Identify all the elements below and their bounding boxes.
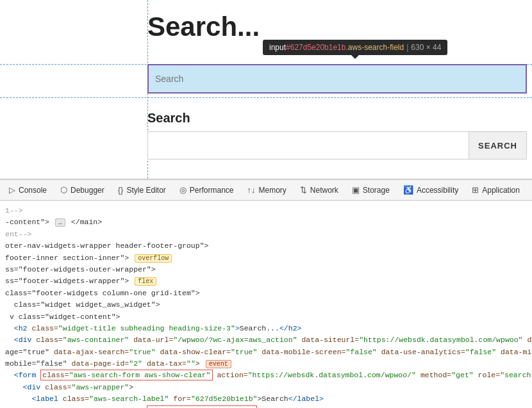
grid-line-horizontal-2: [0, 97, 532, 98]
code-line-13: age="true" data-ajax-search="true" data-…: [0, 347, 532, 358]
tab-performance[interactable]: ◎ Performance: [173, 179, 241, 201]
code-line-18: <input id="627d5e20b1e1b" class="aws-sea…: [0, 405, 532, 408]
code-line-14: mobile="false" data-page-id="2" data-tax…: [0, 358, 532, 370]
preview-search-label: Search: [147, 111, 190, 126]
code-line-7: ss="footer-widgets-wrapper"> flex: [0, 275, 532, 287]
tab-network[interactable]: ⇅ Network: [294, 179, 345, 201]
code-panel: 1--> -content"> … </main> ent--> oter-na…: [0, 201, 532, 408]
tab-application[interactable]: ⊞ Application: [465, 179, 527, 201]
search-heading: Search...: [147, 12, 260, 42]
code-line-16: <div class="aws-wrapper">: [0, 382, 532, 393]
tab-storage-label: Storage: [363, 186, 390, 195]
code-line-2: -content"> … </main>: [0, 216, 532, 228]
preview-search-row: SEARCH: [147, 131, 527, 159]
performance-icon: ◎: [179, 185, 187, 195]
tab-performance-label: Performance: [190, 186, 234, 195]
element-tooltip: input#627d5e20b1e1b.aws-search-field|630…: [263, 40, 447, 55]
code-line-17: <label class="aws-search-label" for="627…: [0, 393, 532, 405]
tab-memory[interactable]: ↑↓ Memory: [241, 179, 294, 201]
tab-console[interactable]: ▷ Console: [3, 179, 54, 201]
style-editor-icon: {}: [118, 185, 124, 195]
code-line-6: ss="footer-widgets-outer-wrapper">: [0, 264, 532, 275]
tab-memory-label: Memory: [259, 186, 287, 195]
preview-area: Search... input#627d5e20b1e1b.aws-search…: [0, 0, 532, 179]
tab-style-editor-label: Style Editor: [126, 186, 165, 195]
code-line-15: <form class="aws-search-form aws-show-cl…: [0, 370, 532, 381]
code-line-12: <div class="aws-container" data-url="/wp…: [0, 334, 532, 346]
search-input-preview[interactable]: [155, 74, 519, 84]
tab-style-editor[interactable]: {} Style Editor: [112, 179, 173, 201]
preview-search-text-input[interactable]: [147, 131, 469, 159]
tab-storage[interactable]: ▣ Storage: [345, 179, 397, 201]
tab-accessibility-label: Accessibility: [417, 186, 458, 195]
code-line-1: 1-->: [0, 205, 532, 216]
console-icon: ▷: [9, 185, 15, 195]
tooltip-id: #627d5e20b1e1b: [286, 43, 345, 52]
storage-icon: ▣: [352, 185, 360, 195]
tab-console-label: Console: [19, 186, 47, 195]
code-line-3: ent-->: [0, 229, 532, 240]
application-icon: ⊞: [472, 185, 479, 195]
tab-application-label: Application: [482, 186, 520, 195]
code-line-8: class="footer-widgets column-one grid-it…: [0, 288, 532, 299]
tab-debugger[interactable]: ⬡ Debugger: [54, 179, 112, 201]
debugger-icon: ⬡: [60, 185, 67, 195]
code-line-11: <h2 class="widget-title subheading headi…: [0, 323, 532, 334]
code-line-4: oter-nav-widgets-wrapper header-footer-g…: [0, 240, 532, 252]
code-line-9: class="widget widget_aws_widget">: [0, 299, 532, 311]
preview-search-input-highlighted[interactable]: [147, 64, 527, 94]
devtools-toolbar: ▷ Console ⬡ Debugger {} Style Editor ◎ P…: [0, 179, 532, 201]
tooltip-size: 630 × 44: [411, 43, 441, 52]
tab-accessibility[interactable]: ♿ Accessibility: [397, 179, 465, 201]
tab-debugger-label: Debugger: [71, 186, 104, 195]
tab-network-label: Network: [310, 186, 338, 195]
code-line-5: footer-inner section-inner"> overflow: [0, 252, 532, 264]
memory-icon: ↑↓: [247, 185, 256, 195]
network-icon: ⇅: [300, 185, 307, 195]
tooltip-element: input: [269, 43, 286, 52]
code-line-10: v class="widget-content">: [0, 311, 532, 323]
tooltip-class: .aws-search-field: [345, 43, 404, 52]
accessibility-icon: ♿: [403, 185, 413, 195]
preview-search-button[interactable]: SEARCH: [469, 131, 527, 159]
